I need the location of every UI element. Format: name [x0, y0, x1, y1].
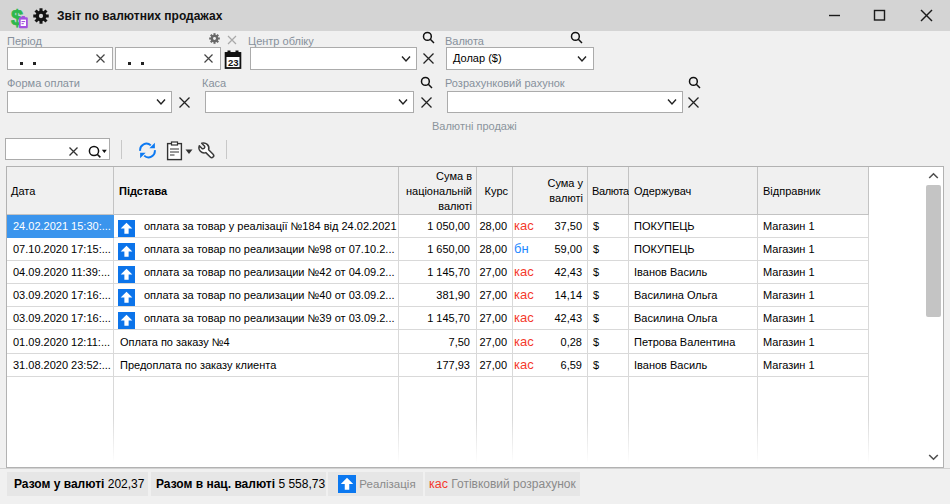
svg-text:23: 23 [228, 57, 239, 68]
